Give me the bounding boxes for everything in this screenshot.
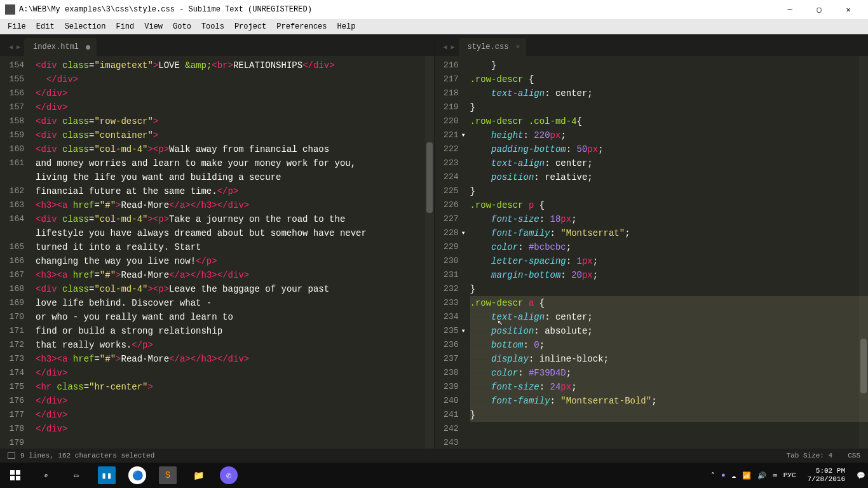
svg-rect-3: [16, 476, 20, 480]
scrollbar-left[interactable]: [425, 56, 434, 449]
app-icon: [5, 4, 15, 15]
tab-style-css[interactable]: style.css ×: [459, 38, 527, 56]
tray-keyboard-icon[interactable]: ⌨: [773, 471, 777, 480]
tray-chevron-icon[interactable]: ˄: [711, 471, 715, 480]
close-button[interactable]: ✕: [834, 0, 863, 19]
workspace: ◀ ▶ index.html 154155156157158159160161 …: [0, 34, 868, 449]
tray-volume-icon[interactable]: 🔊: [757, 471, 766, 480]
taskbar-app-trello[interactable]: ▮▮: [92, 463, 122, 488]
search-button[interactable]: ⌕: [31, 463, 61, 488]
menu-help[interactable]: Help: [332, 22, 361, 31]
tab-label: index.html: [33, 43, 79, 51]
menu-find[interactable]: Find: [111, 22, 139, 31]
windows-taskbar: ⌕ ▭ ▮▮ 🔵 S 📁 ✆ ˄ ● ☁ 📶 🔊 ⌨ РУС 5:02 PM 7…: [0, 463, 868, 488]
menu-preferences[interactable]: Preferences: [271, 22, 332, 31]
taskbar-app-chrome[interactable]: 🔵: [122, 463, 153, 488]
tab-label: style.css: [468, 43, 509, 51]
close-icon[interactable]: ×: [516, 43, 520, 51]
tab-arrows[interactable]: ◀ ▶: [5, 43, 24, 56]
tray-lang[interactable]: РУС: [783, 471, 796, 479]
taskbar-app-viber[interactable]: ✆: [214, 463, 244, 488]
minimize-button[interactable]: ─: [775, 0, 804, 19]
menu-goto[interactable]: Goto: [168, 22, 196, 31]
taskbar-app-sublime[interactable]: S: [153, 463, 183, 488]
taskbar-app-explorer[interactable]: 📁: [183, 463, 214, 488]
menu-bar: File Edit Selection Find View Goto Tools…: [0, 19, 868, 34]
clock-date: 7/28/2016: [808, 475, 845, 484]
svg-rect-1: [16, 470, 20, 475]
menu-edit[interactable]: Edit: [31, 22, 60, 31]
start-button[interactable]: [0, 463, 31, 488]
left-pane: ◀ ▶ index.html 154155156157158159160161 …: [0, 34, 435, 449]
menu-project[interactable]: Project: [229, 22, 271, 31]
status-syntax[interactable]: CSS: [848, 452, 860, 459]
task-view-button[interactable]: ▭: [61, 463, 92, 488]
status-selection: 9 lines, 162 characters selected: [20, 452, 154, 459]
tray-viber-icon[interactable]: ●: [721, 471, 726, 479]
gutter-right: 2162172182192202212222232242252262272282…: [435, 56, 465, 449]
menu-view[interactable]: View: [139, 22, 168, 31]
clock-time: 5:02 PM: [808, 467, 845, 475]
menu-tools[interactable]: Tools: [196, 22, 229, 31]
tab-row-right: ◀ ▶ style.css ×: [435, 34, 869, 56]
tab-row-left: ◀ ▶ index.html: [0, 34, 434, 56]
tray-clock[interactable]: 5:02 PM 7/28/2016: [803, 467, 850, 484]
window-titlebar: A:\WEB\My examples\3\css\style.css - Sub…: [0, 0, 868, 19]
right-pane: ◀ ▶ style.css × 216217218219220221222223…: [435, 34, 869, 449]
window-title: A:\WEB\My examples\3\css\style.css - Sub…: [19, 5, 775, 14]
tab-index-html[interactable]: index.html: [24, 38, 97, 56]
svg-rect-2: [10, 476, 15, 480]
menu-file[interactable]: File: [3, 22, 31, 31]
tray-network-icon[interactable]: 📶: [742, 471, 751, 480]
status-tabsize[interactable]: Tab Size: 4: [787, 452, 833, 459]
gutter-left: 154155156157158159160161 162163164 16516…: [0, 56, 31, 449]
editor-left[interactable]: 154155156157158159160161 162163164 16516…: [0, 56, 434, 449]
status-bar: 9 lines, 162 characters selected Tab Siz…: [0, 449, 868, 463]
dirty-dot-icon: [86, 45, 90, 50]
code-right[interactable]: }.row-descr { text-align: center;}.row-d…: [465, 56, 869, 449]
editor-right[interactable]: 2162172182192202212222232242252262272282…: [435, 56, 869, 449]
panel-icon[interactable]: [8, 452, 15, 459]
scrollbar-right[interactable]: [859, 56, 868, 449]
maximize-button[interactable]: ▢: [804, 0, 834, 19]
tray-notifications-icon[interactable]: 💬: [857, 471, 865, 480]
code-left[interactable]: <div class="imagetext">LOVE &amp;<br>REL…: [31, 56, 434, 449]
svg-rect-0: [10, 470, 15, 475]
tray-onedrive-icon[interactable]: ☁: [732, 471, 736, 480]
tab-arrows[interactable]: ◀ ▶: [440, 43, 459, 56]
menu-selection[interactable]: Selection: [60, 22, 111, 31]
